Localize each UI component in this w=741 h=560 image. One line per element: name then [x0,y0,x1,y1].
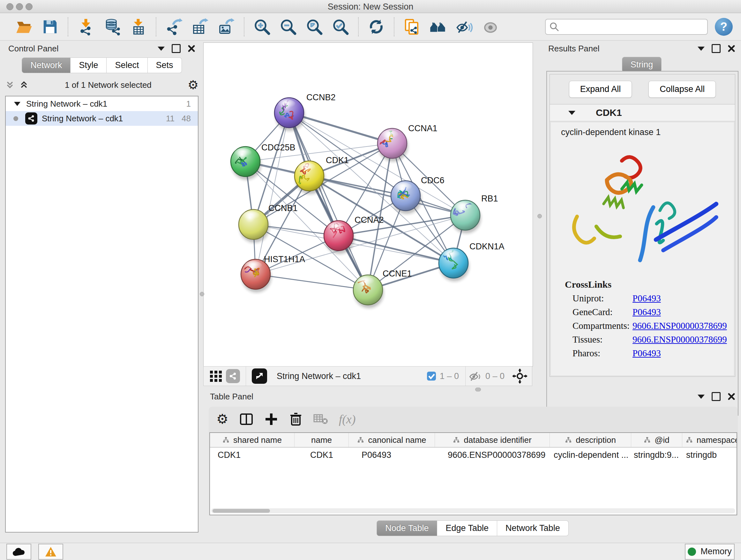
zoom-fit-content-icon[interactable] [306,18,323,36]
collapse-all-button[interactable]: Collapse All [649,81,716,98]
delete-table-icon[interactable] [313,413,328,426]
import-network-from-file-icon[interactable] [77,18,94,36]
cell-database-identifier: 9606.ENSP00000378699 [435,448,550,462]
help-button[interactable]: ? [715,18,733,36]
collection-expand-icon[interactable] [14,102,20,106]
panel-close-icon[interactable] [188,45,195,52]
panel-close-icon[interactable] [728,45,735,52]
column-header[interactable]: canonical name [349,433,435,447]
create-network-from-selection-icon[interactable] [403,18,421,36]
search-input[interactable] [545,19,708,35]
function-builder-icon[interactable]: f(x) [339,412,356,426]
show-columns-icon[interactable] [239,412,253,426]
import-network-from-database-icon[interactable] [104,18,121,36]
network-label: String Network – cdk1 [42,114,166,124]
export-image-icon[interactable] [218,18,235,36]
apply-preferred-layout-icon[interactable] [367,18,385,36]
open-session-icon[interactable] [15,18,32,36]
table-panel: Table Panel ⚙ f(x) shared name name c [204,390,741,542]
column-header[interactable]: @id [631,433,682,447]
tab-style[interactable]: Style [71,57,107,73]
network-node-CCNA1[interactable]: CCNA1 [378,124,437,159]
panel-float-icon[interactable] [172,44,181,53]
node-label-RB1: RB1 [481,194,498,203]
network-node-RB1[interactable]: RB1 [451,194,498,230]
network-node-CDKN1A[interactable]: CDKN1A [439,242,504,278]
panel-float-icon[interactable] [712,44,721,53]
vertical-splitter-handle[interactable] [537,214,542,219]
import-table-from-file-icon[interactable] [130,18,147,36]
grid-view-icon[interactable] [209,369,223,383]
title-bar: Session: New Session [0,0,741,13]
crosslink-label: Tissues: [572,334,627,345]
expand-all-button[interactable]: Expand All [569,81,632,98]
network-row[interactable]: String Network – cdk1 11 48 [6,111,198,126]
panel-menu-icon[interactable] [158,47,165,51]
column-header[interactable]: database identifier [435,433,550,447]
network-collection-row[interactable]: String Network – cdk1 1 [6,97,198,111]
panel-menu-icon[interactable] [697,47,704,51]
column-header[interactable]: name [294,433,349,447]
window-title: Session: New Session [0,2,741,12]
results-panel-title: Results Panel [548,44,697,54]
zoom-selected-icon[interactable] [332,18,349,36]
toolbar-separator [244,17,245,37]
add-column-icon[interactable] [264,412,278,426]
network-node-HIST1H1A[interactable]: HIST1H1A [241,254,305,289]
table-row[interactable]: CDK1 CDK1 P06493 9606.ENSP00000378699 cy… [210,448,737,462]
tab-network[interactable]: Network [22,57,71,73]
expand-all-tree-icon[interactable] [19,80,29,90]
fit-selected-crosshair-icon[interactable] [512,368,528,384]
vertical-splitter-handle[interactable] [200,292,204,296]
toolbar-separator [358,17,359,37]
hidden-eye-icon[interactable] [469,370,482,382]
cell-namespace: stringdb [682,448,737,462]
column-header[interactable]: shared name [210,433,294,447]
show-all-hidden-icon[interactable] [482,18,499,36]
memory-button[interactable]: Memory [685,544,735,560]
network-options-gear-icon[interactable]: ⚙ [188,79,199,91]
scrollbar-thumb[interactable] [212,509,270,513]
export-network-icon[interactable] [165,18,183,36]
crosslink-link[interactable]: P06493 [632,293,661,304]
panel-close-icon[interactable] [728,393,735,400]
selected-checkbox-icon[interactable] [426,371,436,381]
toggle-graphics-details-icon[interactable] [429,18,447,36]
network-canvas[interactable]: CCNB2CCNA1CDC25BCDK1CDC6RB1CCNB1CCNA2CDK… [203,43,533,367]
zoom-out-icon[interactable] [280,18,297,36]
collapse-card-icon[interactable] [568,111,576,115]
tab-edge-table[interactable]: Edge Table [437,520,497,536]
column-header[interactable]: namespace [682,433,737,447]
zoom-in-icon[interactable] [253,18,271,36]
column-header[interactable]: description [550,433,631,447]
cloud-button[interactable] [6,544,31,560]
protein-result-card: CDK1 cyclin-dependent kinase 1 [549,105,735,377]
table-options-gear-icon[interactable]: ⚙ [216,413,228,426]
crosslink-link[interactable]: P06493 [632,307,661,317]
warnings-button[interactable] [38,544,63,560]
delete-column-icon[interactable] [289,412,302,426]
network-view-icon[interactable] [226,369,240,383]
warning-icon [45,546,57,557]
crosslink-link[interactable]: 9606.ENSP00000378699 [632,320,727,331]
tab-network-table[interactable]: Network Table [497,520,569,536]
network-node-CCNB2[interactable]: CCNB2 [274,92,336,128]
network-node-CCNB1[interactable]: CCNB1 [239,203,298,240]
export-table-icon[interactable] [192,18,209,36]
crosslink-link[interactable]: 9606.ENSP00000378699 [632,334,727,345]
protein-card-header[interactable]: CDK1 [550,105,735,121]
hide-selected-icon[interactable] [456,18,473,36]
panel-menu-icon[interactable] [697,395,704,399]
tab-sets[interactable]: Sets [148,57,182,73]
network-node-CCNE1[interactable]: CCNE1 [353,269,412,305]
panel-float-icon[interactable] [712,392,721,401]
collapse-all-tree-icon[interactable] [5,80,15,90]
save-session-icon[interactable] [42,18,59,36]
birdseye-view-icon[interactable] [252,368,267,384]
tab-node-table[interactable]: Node Table [377,520,437,536]
control-panel: Control Panel Network Style Select Sets … [3,42,201,540]
table-horizontal-scrollbar[interactable] [211,508,735,513]
crosslink-link[interactable]: P06493 [632,348,661,359]
tab-select[interactable]: Select [107,57,147,73]
tab-string[interactable]: String [622,57,662,72]
